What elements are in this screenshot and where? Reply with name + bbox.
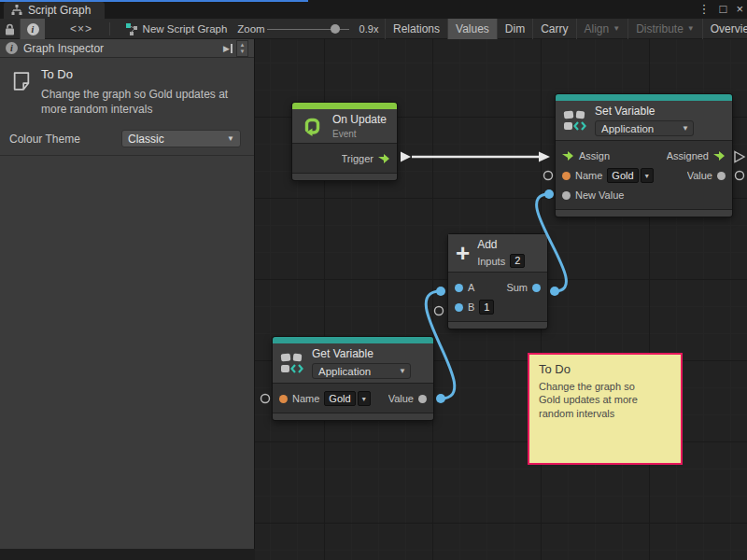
variable-name-field[interactable]: Gold: [324, 391, 355, 406]
zoom-value: 0.9x: [355, 19, 383, 39]
sticky-note-title: To Do: [539, 362, 671, 376]
variable-scope-value: Application: [601, 123, 682, 134]
inspector-title: Graph Inspector: [23, 42, 104, 55]
toolbar-divider: [109, 22, 110, 35]
dim-button[interactable]: Dim: [497, 19, 532, 39]
inputs-count-field[interactable]: 2: [510, 254, 525, 268]
distribute-label: Distribute: [636, 22, 684, 35]
node-footer: [556, 209, 732, 217]
variable-scope-dropdown[interactable]: Application ▼: [595, 120, 694, 136]
port-sum-output[interactable]: Sum: [506, 282, 541, 293]
string-port-icon: [279, 395, 288, 403]
node-header[interactable]: + Add Inputs 2: [448, 234, 547, 272]
code-preview-button[interactable]: <×>: [58, 19, 105, 39]
node-on-update[interactable]: On Update Event Trigger: [292, 103, 397, 180]
inspector-header: i Graph Inspector ▶ ▲ ▼: [0, 39, 254, 58]
node-header[interactable]: Set Variable Application ▼: [556, 101, 732, 140]
inspector-note-section: To Do Change the graph so Gold updates a…: [0, 58, 254, 126]
variable-icon: [563, 109, 587, 132]
node-get-variable[interactable]: Get Variable Application ▼ Name Gold ▼: [273, 337, 433, 420]
distribute-button[interactable]: Distribute ▼: [627, 19, 702, 39]
new-graph-icon: [126, 23, 138, 35]
chevron-down-icon: ▼: [682, 125, 689, 133]
overview-button[interactable]: Overview: [702, 19, 747, 39]
variable-name-field[interactable]: Gold: [607, 168, 638, 183]
maximize-icon[interactable]: □: [720, 2, 727, 16]
inspector-scroll-spinner[interactable]: ▲ ▼: [236, 40, 248, 57]
port-assign-input[interactable]: Assign: [562, 150, 610, 161]
port-label: Name: [292, 393, 319, 404]
align-button[interactable]: Align ▼: [576, 19, 628, 39]
unity-script-graph-window: Script Graph ⋮ □ × i <×>: [0, 0, 747, 560]
graph-toolbar: i <×> New Script Graph Zoom 0.9x Relatio…: [0, 19, 747, 39]
inspector-note-body: Change the graph so Gold updates at more…: [41, 87, 247, 117]
node-footer: [273, 413, 433, 420]
port-trigger-output[interactable]: Trigger: [342, 153, 390, 164]
sticky-note[interactable]: To Do Change the graph so Gold updates a…: [528, 353, 683, 465]
variable-name-dropdown[interactable]: ▼: [641, 168, 654, 183]
node-subtitle: Event: [332, 129, 387, 139]
node-add[interactable]: + Add Inputs 2 A Sum: [448, 234, 547, 329]
colour-theme-value: Classic: [128, 133, 164, 146]
port-b-input[interactable]: B 1: [455, 300, 494, 315]
colour-theme-dropdown[interactable]: Classic ▼: [121, 130, 241, 147]
zoom-label: Zoom: [235, 19, 267, 39]
align-label: Align: [585, 22, 610, 35]
window-menu-icon[interactable]: ⋮: [698, 2, 711, 16]
graph-breadcrumb[interactable]: New Script Graph: [118, 19, 235, 39]
number-port-icon: [532, 284, 541, 292]
port-name-input[interactable]: Name Gold ▼: [279, 391, 371, 406]
node-header[interactable]: On Update Event: [292, 109, 397, 143]
port-assigned-output[interactable]: Assigned: [667, 150, 726, 161]
zoom-slider-handle[interactable]: [331, 24, 340, 34]
node-footer: [292, 173, 397, 180]
node-title: Get Variable: [312, 347, 411, 361]
chevron-down-icon: ▼: [613, 25, 620, 33]
node-header[interactable]: Get Variable Application ▼: [273, 343, 433, 383]
scroll-down-icon[interactable]: ▼: [240, 49, 246, 55]
b-value-field[interactable]: 1: [479, 300, 494, 315]
port-value-output[interactable]: Value: [687, 170, 726, 181]
inputs-label: Inputs: [477, 256, 505, 267]
number-port-icon: [455, 284, 463, 292]
port-value-output[interactable]: Value: [388, 393, 427, 404]
number-port-icon: [455, 303, 463, 312]
node-color-bar: [556, 94, 732, 101]
colour-theme-label: Colour Theme: [9, 133, 121, 146]
sticky-note-body: Change the graph so Gold updates at more…: [539, 380, 653, 420]
node-title: On Update: [332, 113, 387, 127]
inspector-toggle-button[interactable]: i: [21, 19, 45, 39]
variable-name-dropdown[interactable]: ▼: [358, 391, 371, 406]
panel-bottom-strip: [0, 549, 255, 560]
node-set-variable[interactable]: Set Variable Application ▼ Assign Assign…: [556, 94, 732, 217]
flow-arrow-icon: [713, 151, 726, 161]
flow-arrow-icon: [562, 151, 574, 161]
port-label: New Value: [575, 189, 624, 201]
close-icon[interactable]: ×: [736, 2, 743, 16]
sticky-note-icon: [11, 67, 32, 95]
value-port-icon: [717, 172, 726, 180]
port-name-input[interactable]: Name Gold ▼: [562, 168, 654, 183]
code-icon: <×>: [70, 22, 92, 35]
relations-button[interactable]: Relations: [385, 19, 447, 39]
dock-panel-icon[interactable]: ▶: [223, 44, 233, 53]
scroll-up-icon[interactable]: ▲: [240, 42, 246, 49]
port-new-value-input[interactable]: New Value: [562, 189, 624, 201]
script-graph-icon: [11, 5, 22, 16]
variable-icon: [280, 352, 304, 374]
carry-button[interactable]: Carry: [532, 19, 575, 39]
tab-script-graph[interactable]: Script Graph: [4, 2, 105, 19]
values-button[interactable]: Values: [447, 19, 497, 39]
on-update-loop-icon: [300, 114, 325, 139]
zoom-slider[interactable]: [267, 19, 349, 39]
variable-scope-dropdown[interactable]: Application ▼: [312, 363, 411, 379]
port-label: Name: [575, 170, 602, 181]
port-label: Trigger: [342, 153, 374, 164]
info-icon: i: [27, 23, 39, 35]
node-footer: [448, 321, 547, 329]
lock-button[interactable]: [0, 19, 21, 39]
port-a-input[interactable]: A: [455, 282, 474, 293]
port-label: Value: [388, 393, 414, 404]
port-label: Assigned: [667, 150, 709, 161]
inspector-note-title: To Do: [41, 67, 247, 81]
